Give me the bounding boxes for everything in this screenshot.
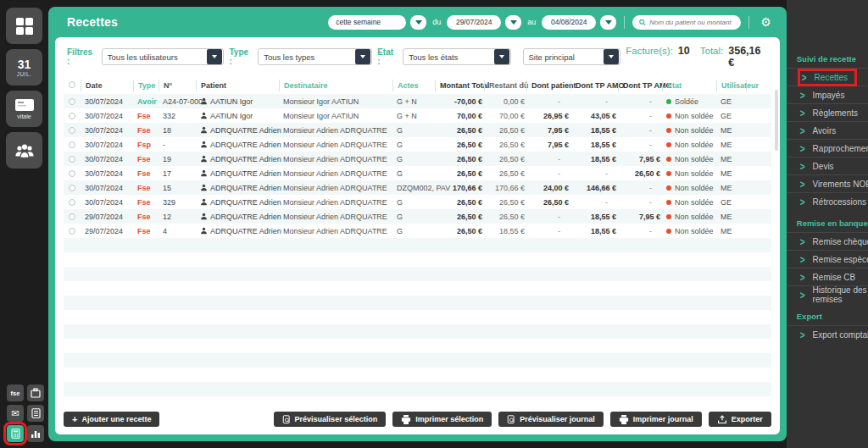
cell-dont-tp-amo: 18,55 €	[570, 227, 618, 235]
row-select-radio[interactable]	[69, 228, 75, 235]
cell-dont-tp-amc: 26,50 €	[618, 169, 662, 178]
col-dont-tp-amc[interactable]: Dont TP AMC	[618, 80, 662, 91]
sidebar-item-historique-des-remises[interactable]: >Historique des remises	[787, 285, 868, 303]
fse-button[interactable]: fse	[7, 384, 24, 401]
table-row[interactable]: 29/07/2024 Fse 12 ADRQUATRE Adrien Monsi…	[64, 209, 771, 224]
cell-dont-patient: -	[526, 213, 570, 221]
mail-button[interactable]: ✉	[7, 405, 24, 422]
cell-destinataire: Monsieur Adrien ADRQUATRE	[279, 184, 392, 192]
table-row[interactable]: 30/07/2024 Fsp - ADRQUATRE Adrien Monsie…	[64, 137, 771, 152]
col-dont-tp-amo[interactable]: Dont TP AMO	[570, 80, 618, 91]
stats-button[interactable]	[27, 425, 44, 442]
col-etat[interactable]: Etat	[662, 80, 716, 91]
type-filter-select[interactable]: Tous les types	[258, 48, 372, 65]
date-from-dropdown-arrow[interactable]	[505, 15, 521, 30]
sidebar-item-export-comptable[interactable]: >Export comptable	[787, 325, 868, 343]
sidebar-item-label: Historique des remises	[813, 285, 868, 304]
preview-document-icon	[282, 415, 291, 424]
col-patient[interactable]: Patient	[196, 80, 279, 91]
quick-tools-grid: fse ✉	[7, 384, 44, 442]
sidebar-item-virements-noemie[interactable]: >Virements NOEMIE	[787, 174, 868, 192]
calculator-button-annotated[interactable]	[7, 425, 24, 442]
row-select-radio[interactable]	[69, 141, 75, 148]
period-select[interactable]: cette semaine	[328, 15, 406, 30]
site-filter-select[interactable]: Site principal	[523, 48, 621, 65]
period-dropdown-arrow[interactable]	[410, 15, 426, 30]
sidebar-item-remise-cheques[interactable]: >Remise chèques	[787, 232, 868, 250]
preview-journal-button[interactable]: Prévisualiser journal	[498, 412, 604, 427]
chevron-right-icon: >	[800, 289, 805, 301]
table-row[interactable]: 30/07/2024 Fse 329 ADRQUATRE Adrien Mons…	[64, 195, 771, 209]
sidebar-item-label: Avoirs	[813, 126, 837, 136]
cell-patient: ADRQUATRE Adrien	[196, 155, 279, 163]
carte-vitale-button[interactable]: vitale	[6, 91, 42, 127]
chevron-right-icon: >	[800, 142, 805, 154]
search-box[interactable]	[632, 15, 741, 30]
sidebar-item-avoirs[interactable]: >Avoirs	[787, 121, 868, 139]
settings-gear-icon[interactable]: ⚙	[760, 15, 771, 29]
table-row[interactable]: 30/07/2024 Fse 17 ADRQUATRE Adrien Monsi…	[64, 166, 771, 180]
row-select-radio[interactable]	[69, 185, 75, 191]
row-select-radio[interactable]	[69, 127, 75, 134]
calendar-button[interactable]: 31 JUIL.	[6, 49, 42, 86]
row-select-radio[interactable]	[69, 199, 75, 206]
row-select-radio[interactable]	[69, 156, 75, 163]
sidebar-item-reglements[interactable]: >Règlements	[787, 103, 868, 121]
sidebar-item-devis[interactable]: >Devis	[787, 157, 868, 174]
table-row[interactable]: 30/07/2024 Fse 19 ADRQUATRE Adrien Monsi…	[64, 152, 771, 166]
printer-icon	[401, 415, 411, 424]
documents-button[interactable]	[27, 405, 44, 422]
person-icon	[200, 169, 208, 177]
add-recette-button[interactable]: + Ajouter une recette	[64, 412, 159, 427]
vertical-scrollbar[interactable]	[775, 90, 778, 151]
col-dont-patient[interactable]: Dont patient	[526, 80, 570, 91]
row-select-radio[interactable]	[69, 98, 75, 105]
table-row[interactable]: 30/07/2024 Fse 18 ADRQUATRE Adrien Monsi…	[64, 123, 771, 137]
col-type[interactable]: Type	[133, 80, 159, 91]
patients-button[interactable]	[6, 132, 42, 169]
cell-date: 30/07/2024	[81, 97, 133, 106]
search-input[interactable]	[649, 19, 734, 26]
medicine-box-button[interactable]	[27, 384, 44, 401]
col-date[interactable]: Date	[81, 80, 133, 91]
row-select-radio[interactable]	[69, 113, 75, 119]
date-to-dropdown-arrow[interactable]	[600, 15, 616, 30]
cell-date: 30/07/2024	[81, 169, 133, 178]
etat-filter-select[interactable]: Tous les états	[403, 48, 510, 65]
cell-num: -	[159, 141, 196, 149]
sidebar-section: Export>Export comptable	[787, 308, 868, 343]
col-destinataire[interactable]: Destinataire	[279, 80, 392, 91]
table-row[interactable]: 29/07/2024 Fse 4 ADRQUATRE Adrien Monsie…	[64, 224, 771, 238]
sidebar-item-remise-especes[interactable]: >Remise espèces	[787, 250, 868, 268]
person-icon	[200, 112, 208, 119]
sidebar-item-label: Impayés	[813, 91, 845, 100]
row-select-radio[interactable]	[69, 213, 75, 220]
users-filter-select[interactable]: Tous les utilisateurs	[102, 48, 225, 65]
sidebar-item-label: Remise CB	[813, 273, 856, 282]
row-select-radio[interactable]	[69, 170, 75, 177]
table-row[interactable]: 30/07/2024 Avoir A24-07-0001 AATIUN Igor…	[64, 94, 771, 108]
col-utilisateur[interactable]: Utilisateur	[716, 80, 747, 91]
date-from-input[interactable]: 29/07/2024	[447, 15, 501, 30]
print-journal-button[interactable]: Imprimer journal	[610, 412, 702, 427]
sidebar-item-recettes[interactable]: >Recettes	[787, 68, 868, 86]
export-button[interactable]: Exporter	[709, 412, 771, 427]
select-all-radio[interactable]	[69, 81, 75, 88]
table-row[interactable]: 30/07/2024 Fse 332 AATIUN Igor Monsieur …	[64, 108, 771, 123]
col-montant-total[interactable]: Montant Total	[435, 80, 484, 91]
col-num[interactable]: N°	[159, 80, 196, 91]
sidebar-item-remise-cb[interactable]: >Remise CB	[787, 268, 868, 285]
table-row[interactable]: 30/07/2024 Fse 15 ADRQUATRE Adrien Monsi…	[64, 180, 771, 195]
print-selection-button[interactable]: Imprimer sélection	[392, 412, 492, 427]
sidebar-item-rapprochements[interactable]: >Rapprochements	[787, 139, 868, 157]
date-to-input[interactable]: 04/08/2024	[542, 15, 596, 30]
sidebar-item-impayes[interactable]: >Impayés	[787, 86, 868, 103]
sidebar-item-retrocessions[interactable]: >Rétrocessions	[787, 192, 868, 210]
chevron-right-icon: >	[800, 178, 805, 190]
cell-type: Fse	[133, 169, 159, 178]
col-actes[interactable]: Actes	[392, 80, 435, 91]
apps-grid-button[interactable]	[6, 8, 42, 44]
preview-selection-button[interactable]: Prévisualiser sélection	[274, 412, 387, 427]
col-restant-du[interactable]: Restant dû	[484, 80, 526, 91]
cell-restant: 26,50 €	[484, 126, 526, 135]
